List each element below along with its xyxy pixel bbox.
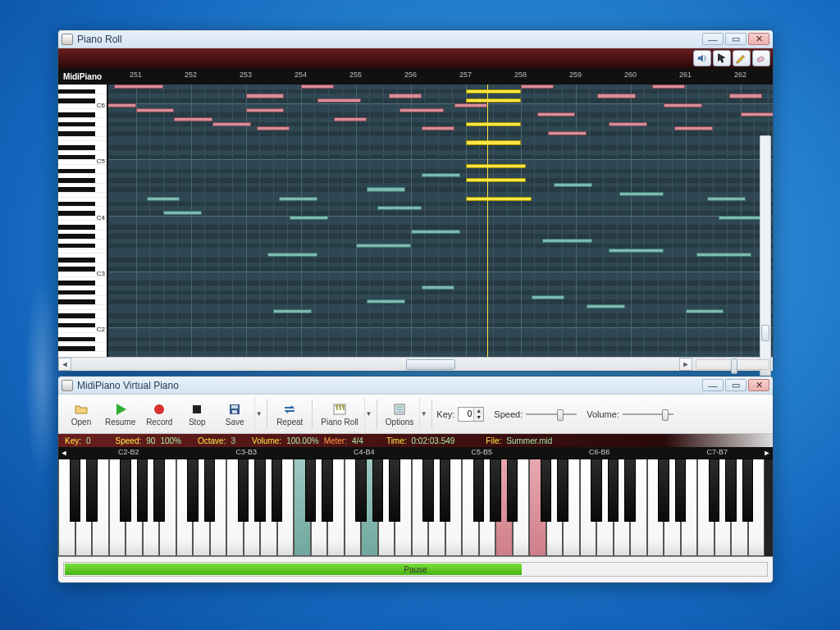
black-key[interactable] <box>422 459 433 522</box>
midi-note[interactable] <box>652 84 685 89</box>
midi-note[interactable] <box>422 173 460 177</box>
midi-note[interactable] <box>532 295 564 299</box>
stop-button[interactable]: Stop <box>179 397 215 431</box>
black-key[interactable] <box>608 459 619 522</box>
pencil-icon[interactable] <box>733 50 751 66</box>
midi-note[interactable] <box>267 253 317 257</box>
maximize-button[interactable]: ▭ <box>725 379 746 391</box>
midi-note[interactable] <box>587 304 625 308</box>
midi-note[interactable] <box>466 122 521 126</box>
midi-note[interactable] <box>719 216 763 220</box>
midi-note[interactable] <box>466 89 521 94</box>
midi-note[interactable] <box>454 103 487 107</box>
measure-ruler[interactable]: 251252253254255256257258259260261262263 <box>108 68 773 84</box>
black-key[interactable] <box>557 459 568 522</box>
midi-note[interactable] <box>377 206 422 210</box>
octave-next-icon[interactable]: ► <box>761 449 773 457</box>
black-key[interactable] <box>473 459 484 522</box>
minimize-button[interactable]: — <box>702 379 724 391</box>
black-key[interactable] <box>624 459 635 522</box>
black-key[interactable] <box>238 459 249 522</box>
options-button[interactable]: Options <box>381 397 418 431</box>
midi-note[interactable] <box>317 98 362 103</box>
record-button[interactable]: Record <box>141 397 177 431</box>
horizontal-scrollbar[interactable]: ◄ ► <box>58 357 773 371</box>
midi-note[interactable] <box>554 183 592 187</box>
black-key[interactable] <box>322 459 332 522</box>
close-button[interactable]: ✕ <box>748 33 769 45</box>
black-key[interactable] <box>137 459 148 522</box>
midi-note[interactable] <box>367 187 405 191</box>
midi-note[interactable] <box>107 103 136 107</box>
black-key[interactable] <box>120 459 130 522</box>
midi-note[interactable] <box>136 108 175 112</box>
midi-note[interactable] <box>609 122 647 126</box>
midi-note[interactable] <box>411 230 460 234</box>
midi-note[interactable] <box>619 192 664 196</box>
midi-note[interactable] <box>147 197 180 201</box>
midi-note[interactable] <box>466 197 532 201</box>
midi-note[interactable] <box>466 98 521 103</box>
black-key[interactable] <box>389 459 399 522</box>
midi-note[interactable] <box>212 122 251 126</box>
note-canvas[interactable] <box>108 84 773 357</box>
zoom-slider[interactable] <box>696 359 769 370</box>
midi-note[interactable] <box>466 140 521 144</box>
pointer-icon[interactable] <box>713 50 731 66</box>
black-key[interactable] <box>658 459 669 522</box>
eraser-icon[interactable] <box>752 50 770 66</box>
black-key[interactable] <box>86 459 97 522</box>
midi-note[interactable] <box>114 84 163 89</box>
midi-note[interactable] <box>257 126 290 130</box>
midi-note[interactable] <box>163 211 202 215</box>
piano-keyboard[interactable] <box>58 459 773 557</box>
black-key[interactable] <box>742 459 753 522</box>
midi-note[interactable] <box>696 253 751 257</box>
volume-slider[interactable] <box>623 406 673 422</box>
speed-slider[interactable] <box>526 406 577 422</box>
midi-note[interactable] <box>246 108 285 112</box>
key-input[interactable] <box>459 409 473 418</box>
midi-note[interactable] <box>422 126 454 130</box>
black-key[interactable] <box>254 459 265 522</box>
resume-button[interactable]: Resume <box>101 397 139 431</box>
midi-note[interactable] <box>174 117 212 121</box>
key-down-icon[interactable]: ▼ <box>473 414 483 421</box>
progress-bar[interactable]: Pause <box>63 562 768 577</box>
midi-note[interactable] <box>246 94 285 98</box>
midi-note[interactable] <box>273 309 312 313</box>
octave-prev-icon[interactable]: ◄ <box>58 449 70 457</box>
midi-note[interactable] <box>389 94 422 98</box>
scrollbar-thumb[interactable] <box>406 359 455 370</box>
midi-note[interactable] <box>301 84 334 89</box>
midi-note[interactable] <box>548 131 587 135</box>
midi-note[interactable] <box>466 164 527 168</box>
open-button[interactable]: Open <box>63 397 99 431</box>
piano-roll-titlebar[interactable]: Piano Roll — ▭ ✕ <box>58 30 773 48</box>
piano-roll-button[interactable]: Piano Roll <box>317 397 363 431</box>
black-key[interactable] <box>541 459 551 522</box>
maximize-button[interactable]: ▭ <box>725 33 746 45</box>
midi-note[interactable] <box>664 103 702 107</box>
midi-note[interactable] <box>279 197 317 201</box>
midi-note[interactable] <box>537 112 576 116</box>
midi-note[interactable] <box>356 244 411 248</box>
midi-note[interactable] <box>686 309 724 313</box>
scroll-right-icon[interactable]: ► <box>679 358 692 371</box>
midi-note[interactable] <box>521 84 554 89</box>
save-button[interactable]: Save <box>217 397 253 431</box>
minimize-button[interactable]: — <box>702 33 724 45</box>
black-key[interactable] <box>490 459 500 522</box>
sound-icon[interactable] <box>693 50 711 66</box>
black-key[interactable] <box>187 459 198 522</box>
black-key[interactable] <box>507 459 518 522</box>
black-key[interactable] <box>305 459 316 522</box>
midi-note[interactable] <box>422 285 454 290</box>
black-key[interactable] <box>709 459 719 522</box>
midi-note[interactable] <box>399 108 444 112</box>
midi-note[interactable] <box>707 197 746 201</box>
midi-note[interactable] <box>466 178 527 182</box>
scroll-left-icon[interactable]: ◄ <box>58 358 71 371</box>
black-key[interactable] <box>675 459 686 522</box>
midi-note[interactable] <box>741 112 774 116</box>
